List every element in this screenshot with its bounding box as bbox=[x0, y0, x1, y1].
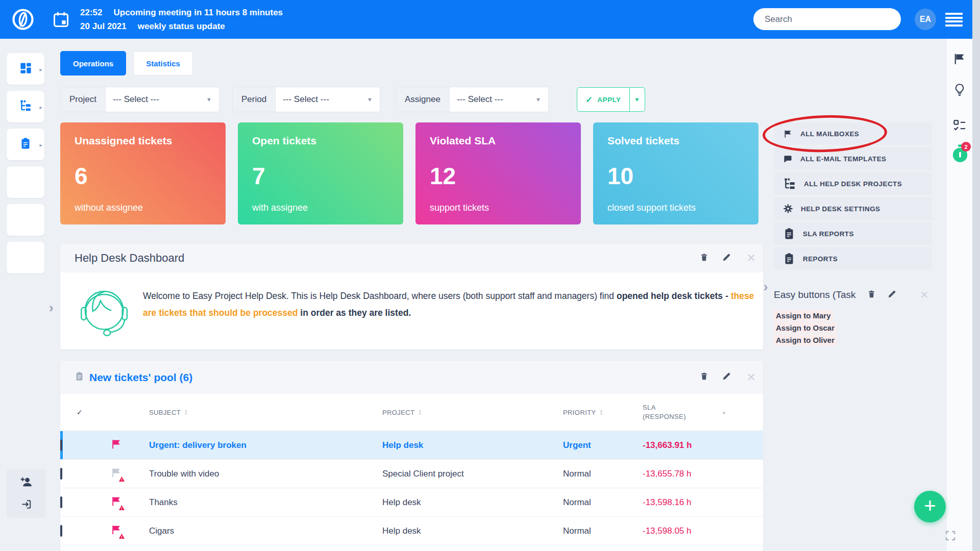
ticket-project[interactable]: Help desk bbox=[367, 440, 548, 450]
sidebar-card-grid[interactable]: ▸ bbox=[7, 53, 44, 85]
ticket-project[interactable]: Special Client project bbox=[367, 469, 548, 479]
filter-bar: Project --- Select ---▼ Period --- Selec… bbox=[60, 87, 763, 112]
menu-item-all-help-desk-projects[interactable]: ALL HELP DESK PROJECTS bbox=[774, 172, 932, 195]
menu-item-help-desk-settings[interactable]: HELP DESK SETTINGS bbox=[774, 197, 932, 220]
ticket-subject[interactable]: Cigars bbox=[135, 526, 367, 536]
trash-icon[interactable] bbox=[700, 371, 708, 383]
trash-icon[interactable] bbox=[700, 253, 708, 264]
pencil-icon[interactable] bbox=[722, 253, 731, 264]
menu-item-all-mailboxes[interactable]: ALL MAILBOXES bbox=[774, 122, 932, 145]
calendar-icon[interactable] bbox=[52, 11, 69, 29]
sidebar-card-tree[interactable]: ▸ bbox=[7, 91, 44, 122]
collapse-right-column-chevron[interactable]: › bbox=[764, 280, 768, 294]
menu-item-label: ALL HELP DESK PROJECTS bbox=[804, 180, 902, 188]
ticket-checkbox[interactable] bbox=[60, 496, 62, 508]
column-header-subject[interactable]: SUBJECT▲▼ bbox=[135, 409, 367, 416]
logout-icon[interactable] bbox=[20, 498, 32, 512]
expand-sidebar-chevron[interactable]: › bbox=[49, 300, 54, 316]
project-filter-label: Project bbox=[61, 87, 106, 112]
close-icon[interactable]: ✕ bbox=[747, 371, 756, 384]
stat-card[interactable]: Violated SLA12support tickets bbox=[415, 122, 581, 224]
menu-item-all-e-mail-templates[interactable]: ALL E-MAIL TEMPLATES bbox=[774, 147, 932, 170]
tab-operations[interactable]: Operations bbox=[60, 51, 126, 76]
table-header: ✓ SUBJECT▲▼ PROJECT▲▼ PRIORITY▲▼ SLA(RES… bbox=[60, 394, 763, 431]
column-header-project[interactable]: PROJECT▲▼ bbox=[367, 409, 548, 416]
ticket-subject[interactable]: Thanks bbox=[135, 497, 367, 508]
close-icon[interactable]: ✕ bbox=[920, 289, 929, 301]
select-all-check-icon[interactable]: ✓ bbox=[60, 408, 99, 416]
user-add-icon[interactable] bbox=[19, 475, 33, 490]
project-select[interactable]: --- Select ---▼ bbox=[106, 87, 219, 112]
flag-icon[interactable] bbox=[952, 52, 966, 68]
flag-icon bbox=[783, 129, 793, 139]
easy-button-link[interactable]: Assign to Mary bbox=[774, 310, 833, 321]
add-button[interactable]: + bbox=[914, 491, 946, 522]
sidebar-card-empty[interactable] bbox=[7, 166, 44, 198]
easy-project-logo-icon[interactable] bbox=[11, 8, 35, 31]
easy-button-link[interactable]: Assign to Oscar bbox=[774, 322, 837, 333]
view-tabs: OperationsStatistics bbox=[60, 51, 193, 76]
scrollbar[interactable] bbox=[972, 0, 980, 551]
close-icon[interactable]: ✕ bbox=[747, 252, 756, 265]
stat-card-value: 7 bbox=[252, 162, 265, 190]
tab-statistics[interactable]: Statistics bbox=[133, 51, 193, 76]
chevron-down-icon: ▼ bbox=[367, 96, 373, 103]
trash-icon[interactable] bbox=[867, 289, 876, 301]
period-select[interactable]: --- Select ---▼ bbox=[276, 87, 380, 112]
flag-pink-icon bbox=[110, 442, 122, 452]
table-row[interactable]: !Trouble with videoSpecial Client projec… bbox=[60, 460, 763, 488]
ticket-checkbox[interactable] bbox=[60, 525, 62, 537]
table-row[interactable]: Urgent: delivery brokenHelp deskUrgent-1… bbox=[60, 431, 763, 460]
sort-icon: ▲▼ bbox=[184, 409, 188, 415]
support-agent-illustration bbox=[77, 284, 134, 343]
avatar[interactable]: EA bbox=[915, 9, 936, 30]
menu-item-sla-reports[interactable]: SLA REPORTS bbox=[774, 222, 932, 245]
apply-dropdown-toggle[interactable]: ▼ bbox=[629, 88, 645, 111]
column-header-sla[interactable]: SLA(RESPONSE) ▲ bbox=[627, 403, 763, 421]
chat-icon bbox=[783, 154, 793, 164]
column-header-priority[interactable]: PRIORITY▲▼ bbox=[548, 409, 627, 416]
checklist-icon[interactable] bbox=[952, 118, 967, 135]
stat-card[interactable]: Unassigned tickets6without assignee bbox=[60, 122, 226, 224]
ticket-priority: Normal bbox=[548, 469, 627, 479]
project-filter: Project --- Select ---▼ bbox=[60, 87, 219, 112]
ticket-project[interactable]: Help desk bbox=[367, 497, 548, 508]
table-row[interactable]: !ThanksHelp deskNormal-13,598.16 h bbox=[60, 488, 763, 517]
stat-card-subtitle: without assignee bbox=[75, 203, 143, 213]
ticket-subject[interactable]: Urgent: delivery broken bbox=[135, 440, 367, 450]
chevron-down-icon: ▼ bbox=[206, 96, 212, 103]
timer-icon[interactable]: 2 bbox=[951, 144, 969, 163]
easy-buttons-panel: Easy buttons (Task ✕ Assign to MaryAssig… bbox=[774, 289, 932, 347]
sidebar-card-empty[interactable] bbox=[7, 242, 44, 273]
stat-card-value: 6 bbox=[75, 162, 88, 190]
sidebar-card-clipboard[interactable]: ▸ bbox=[7, 129, 44, 160]
bulb-icon[interactable] bbox=[952, 83, 967, 99]
pencil-icon[interactable] bbox=[887, 289, 897, 301]
apply-button[interactable]: ✓APPLY ▼ bbox=[577, 87, 645, 112]
chevron-right-icon: ▸ bbox=[39, 142, 42, 148]
stat-card[interactable]: Solved tickets10closed support tickets bbox=[593, 122, 758, 224]
stat-card[interactable]: Open tickets7with assignee bbox=[238, 122, 403, 224]
menu-item-reports[interactable]: REPORTS bbox=[774, 247, 932, 270]
meeting-title: Upcoming meeting in 11 hours 8 minutes bbox=[113, 8, 283, 17]
easy-button-link[interactable]: Assign to Oliver bbox=[774, 335, 837, 345]
ticket-checkbox[interactable] bbox=[60, 439, 62, 451]
ticket-checkbox[interactable] bbox=[60, 468, 62, 480]
clipboard-icon bbox=[783, 252, 795, 265]
table-row[interactable]: !CigarsHelp deskNormal-13,598.05 h bbox=[60, 517, 763, 545]
hamburger-menu-icon[interactable] bbox=[945, 13, 963, 27]
pencil-icon[interactable] bbox=[722, 371, 731, 383]
chevron-down-icon: ▼ bbox=[535, 96, 541, 103]
flag-pink-warning-icon: ! bbox=[110, 528, 122, 538]
search-input[interactable] bbox=[753, 8, 901, 30]
ticket-project[interactable]: Help desk bbox=[367, 526, 548, 536]
ticket-subject[interactable]: Trouble with video bbox=[135, 469, 367, 479]
ticket-priority: Normal bbox=[548, 497, 627, 508]
fullscreen-icon[interactable] bbox=[944, 530, 957, 542]
panel-title: Help Desk Dashboard bbox=[75, 252, 184, 265]
warning-badge-icon: ! bbox=[118, 475, 126, 483]
meeting-reminder[interactable]: 22:52Upcoming meeting in 11 hours 8 minu… bbox=[80, 6, 294, 33]
stat-card-title: Unassigned tickets bbox=[75, 135, 211, 147]
assignee-select[interactable]: --- Select ---▼ bbox=[450, 87, 548, 112]
sidebar-card-empty[interactable] bbox=[7, 204, 44, 236]
